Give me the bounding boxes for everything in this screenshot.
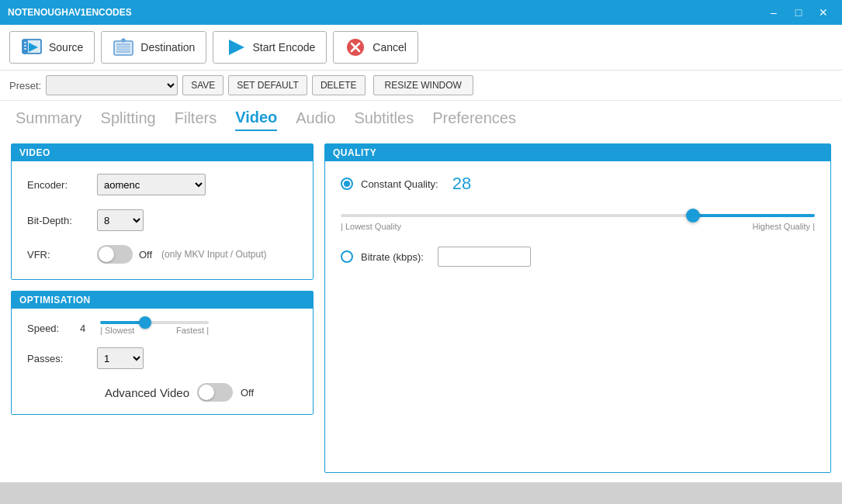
vfr-label: VFR:	[27, 249, 97, 261]
tab-filters[interactable]: Filters	[175, 109, 217, 130]
speed-value: 4	[80, 323, 94, 334]
constant-quality-radio[interactable]	[341, 178, 353, 190]
passes-row: Passes: 1 2	[27, 347, 297, 369]
quality-panel: QUALITY Constant Quality: 28 | Lowest Qu…	[324, 143, 831, 473]
quality-slider[interactable]	[341, 214, 815, 217]
close-button[interactable]: ✕	[813, 5, 834, 20]
slowest-label: | Slowest	[100, 326, 134, 335]
vfr-state: Off	[139, 249, 152, 261]
tab-video[interactable]: Video	[235, 109, 277, 131]
maximize-button[interactable]: □	[788, 5, 809, 20]
tab-splitting[interactable]: Splitting	[101, 109, 156, 130]
speed-slider-labels: | Slowest Fastest |	[100, 326, 209, 335]
optimisation-panel-body: Speed: 4 | Slowest Fastest | Passes:	[12, 309, 313, 414]
quality-panel-body: Constant Quality: 28 | Lowest Quality Hi…	[325, 161, 830, 292]
constant-quality-value: 28	[452, 174, 471, 194]
titlebar: NOTENOUGHAV1ENCODES – □ ✕	[0, 0, 842, 25]
main-content: Source Destination	[0, 25, 842, 504]
start-encode-button[interactable]: Start Encode	[213, 31, 327, 64]
video-panel-header: VIDEO	[12, 144, 313, 161]
tab-preferences[interactable]: Preferences	[432, 109, 516, 130]
highest-quality-label: Highest Quality |	[752, 222, 815, 231]
preset-row: Preset: SAVE SET DEFAULT DELETE RESIZE W…	[0, 71, 842, 101]
source-button[interactable]: Source	[9, 31, 95, 64]
advanced-toggle-state: Off	[241, 387, 254, 399]
quality-slider-container: | Lowest Quality Highest Quality |	[341, 206, 815, 231]
vfr-toggle[interactable]	[97, 245, 133, 264]
advanced-toggle[interactable]	[197, 383, 233, 402]
start-encode-icon	[224, 36, 246, 58]
video-panel-body: Encoder: aomenc x265 x264 svt-av1 Bit-De…	[12, 161, 313, 279]
encoder-label: Encoder:	[27, 179, 97, 191]
resize-window-button[interactable]: RESIZE WINDOW	[373, 75, 473, 95]
optimisation-panel: OPTIMISATION Speed: 4 | Slowest Fastest …	[11, 291, 314, 415]
speed-row: Speed: 4 | Slowest Fastest |	[27, 321, 297, 335]
cancel-label: Cancel	[372, 41, 407, 54]
passes-label: Passes:	[27, 353, 97, 364]
bitdepth-label: Bit-Depth:	[27, 215, 97, 226]
start-encode-label: Start Encode	[252, 41, 315, 54]
app-title: NOTENOUGHAV1ENCODES	[8, 7, 132, 18]
cancel-button[interactable]: Cancel	[333, 31, 418, 64]
svg-rect-5	[24, 45, 26, 47]
vfr-note: (only MKV Input / Output)	[161, 249, 266, 260]
source-icon	[21, 36, 43, 58]
quality-panel-header: QUALITY	[325, 144, 830, 161]
advanced-video-label: Advanced Video	[105, 386, 189, 399]
svg-rect-4	[24, 42, 26, 43]
toolbar: Source Destination	[0, 25, 842, 71]
quality-slider-labels: | Lowest Quality Highest Quality |	[341, 222, 815, 231]
advanced-video-section: Advanced Video Off	[105, 383, 297, 402]
bitrate-option: Bitrate (kbps):	[341, 247, 815, 267]
set-default-button[interactable]: SET DEFAULT	[228, 75, 307, 95]
vfr-toggle-wrap: Off (only MKV Input / Output)	[97, 245, 267, 264]
bitrate-quality-option: Bitrate (kbps):	[341, 247, 815, 267]
delete-button[interactable]: DELETE	[312, 75, 366, 95]
bitrate-label: Bitrate (kbps):	[361, 251, 424, 263]
encoder-select[interactable]: aomenc x265 x264 svt-av1	[97, 174, 206, 195]
preset-select[interactable]	[46, 75, 178, 95]
video-panel: VIDEO Encoder: aomenc x265 x264 svt-av1 …	[11, 143, 314, 280]
svg-marker-13	[229, 40, 244, 55]
bitrate-input[interactable]	[438, 247, 531, 267]
speed-slider[interactable]	[100, 321, 209, 324]
tab-subtitles[interactable]: Subtitles	[354, 109, 414, 130]
bitdepth-select[interactable]: 8 10 12	[97, 209, 144, 231]
svg-rect-6	[24, 48, 26, 50]
left-panels: VIDEO Encoder: aomenc x265 x264 svt-av1 …	[11, 143, 314, 473]
source-label: Source	[49, 41, 83, 54]
destination-button[interactable]: Destination	[101, 31, 206, 64]
bitrate-radio[interactable]	[341, 250, 353, 263]
vfr-row: VFR: Off (only MKV Input / Output)	[27, 245, 297, 264]
constant-quality-option: Constant Quality: 28	[341, 174, 815, 194]
speed-slider-wrap: | Slowest Fastest |	[100, 321, 297, 335]
panels: VIDEO Encoder: aomenc x265 x264 svt-av1 …	[0, 134, 842, 482]
constant-quality-label: Constant Quality:	[361, 178, 438, 190]
speed-label: Speed:	[27, 323, 74, 334]
titlebar-controls: – □ ✕	[763, 5, 834, 20]
passes-select[interactable]: 1 2	[97, 347, 144, 369]
encoder-row: Encoder: aomenc x265 x264 svt-av1	[27, 174, 297, 195]
preset-label: Preset:	[9, 80, 41, 91]
lowest-quality-label: | Lowest Quality	[341, 222, 401, 231]
destination-label: Destination	[140, 41, 195, 54]
tab-summary[interactable]: Summary	[16, 109, 82, 130]
optimisation-panel-header: OPTIMISATION	[12, 292, 313, 309]
minimize-button[interactable]: –	[763, 5, 785, 20]
cancel-icon	[345, 36, 366, 58]
destination-icon	[113, 36, 134, 58]
save-button[interactable]: SAVE	[182, 75, 223, 95]
fastest-label: Fastest |	[176, 326, 209, 335]
statusbar	[0, 482, 842, 504]
bitdepth-row: Bit-Depth: 8 10 12	[27, 209, 297, 231]
tabs: Summary Splitting Filters Video Audio Su…	[0, 101, 842, 134]
tab-audio[interactable]: Audio	[296, 109, 335, 130]
